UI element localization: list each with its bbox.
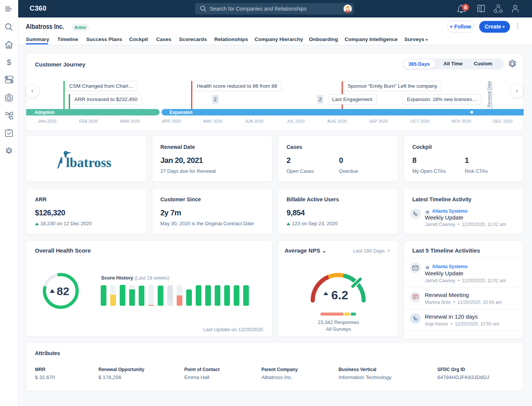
svg-text:82: 82 xyxy=(57,285,69,297)
svg-text:$: $ xyxy=(7,58,11,66)
svg-text:8: 8 xyxy=(464,5,467,10)
svg-text:6.2: 6.2 xyxy=(331,288,348,302)
svg-text:lbatross: lbatross xyxy=(66,155,112,170)
